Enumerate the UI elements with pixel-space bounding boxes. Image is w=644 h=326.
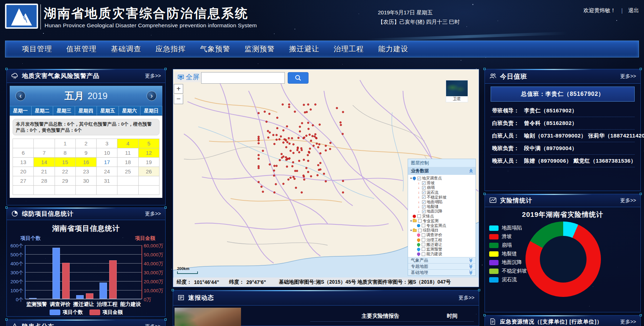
calendar-day-2[interactable]: 2 bbox=[76, 139, 97, 148]
disaster-point[interactable] bbox=[276, 127, 278, 129]
disaster-point[interactable] bbox=[288, 103, 290, 106]
layer-item-9[interactable]: ▼专业监测 bbox=[408, 219, 476, 223]
layer-item-7[interactable]: ↓✓地面沉降 bbox=[408, 209, 476, 214]
calendar-day-1[interactable]: 1 bbox=[55, 139, 76, 148]
map-search-button[interactable] bbox=[288, 72, 309, 84]
calendar-day-10[interactable]: 10 bbox=[97, 148, 117, 158]
disaster-point[interactable] bbox=[299, 126, 301, 128]
calendar-day-11[interactable]: 11 bbox=[117, 148, 138, 158]
checkbox-unchecked[interactable] bbox=[418, 229, 422, 232]
disaster-point[interactable] bbox=[307, 171, 309, 173]
checkbox-unchecked[interactable] bbox=[417, 214, 421, 218]
disaster-point[interactable] bbox=[279, 159, 281, 161]
disaster-point[interactable] bbox=[301, 122, 303, 124]
disaster-point[interactable] bbox=[315, 137, 317, 139]
disaster-point[interactable] bbox=[310, 108, 312, 111]
nav-item-5[interactable]: 监测预警 bbox=[245, 44, 274, 54]
calendar-day-4[interactable]: 4 bbox=[117, 139, 138, 148]
layer-item-0[interactable]: ▼✓地灾调查点 bbox=[408, 176, 476, 181]
disaster-point[interactable] bbox=[288, 137, 290, 139]
disaster-point[interactable] bbox=[258, 158, 260, 160]
calendar-day-29[interactable]: 29 bbox=[55, 176, 76, 186]
disaster-point[interactable] bbox=[282, 141, 284, 144]
disaster-point[interactable] bbox=[288, 143, 291, 145]
disaster-point[interactable] bbox=[307, 128, 310, 130]
disaster-point[interactable] bbox=[273, 191, 275, 194]
disaster-point[interactable] bbox=[342, 133, 344, 135]
disaster-point[interactable] bbox=[323, 173, 325, 175]
disaster-point[interactable] bbox=[298, 160, 300, 162]
disaster-point[interactable] bbox=[299, 130, 301, 132]
nav-item-1[interactable]: 值班管理 bbox=[66, 44, 96, 54]
disaster-point[interactable] bbox=[258, 142, 260, 144]
disaster-point[interactable] bbox=[318, 143, 320, 145]
layer-section-business-data[interactable]: 业务数据 ≫ bbox=[408, 167, 476, 175]
disaster-point[interactable] bbox=[292, 161, 294, 163]
disaster-point[interactable] bbox=[319, 124, 321, 126]
checkbox-checked[interactable]: ✓ bbox=[422, 210, 426, 213]
disaster-point[interactable] bbox=[265, 121, 268, 123]
disaster-point[interactable] bbox=[303, 159, 305, 161]
disaster-point[interactable] bbox=[317, 146, 319, 148]
disaster-point[interactable] bbox=[304, 111, 306, 113]
expand-icon[interactable]: ▼ bbox=[409, 220, 413, 222]
disaster-point[interactable] bbox=[342, 191, 344, 194]
calendar-day-21[interactable]: 21 bbox=[34, 167, 55, 176]
disaster-point[interactable] bbox=[312, 145, 315, 147]
disaster-point[interactable] bbox=[310, 175, 312, 177]
calendar-day-18[interactable]: 18 bbox=[117, 158, 138, 167]
disaster-point[interactable] bbox=[258, 181, 260, 183]
nav-item-4[interactable]: 气象预警 bbox=[200, 44, 230, 54]
disaster-point[interactable] bbox=[297, 147, 299, 149]
disaster-point[interactable] bbox=[273, 174, 275, 177]
layer-item-11[interactable]: ▼综防项目 bbox=[408, 228, 476, 233]
map-search-input[interactable] bbox=[201, 72, 285, 84]
calendar-day-25[interactable]: 25 bbox=[117, 167, 138, 176]
disaster-point[interactable] bbox=[312, 124, 314, 126]
disaster-point[interactable] bbox=[298, 151, 300, 153]
disaster-point[interactable] bbox=[288, 106, 290, 108]
disaster-point[interactable] bbox=[329, 148, 331, 150]
disaster-point[interactable] bbox=[297, 137, 300, 139]
disaster-point[interactable] bbox=[292, 152, 295, 154]
layer-item-2[interactable]: ↓✓崩塌 bbox=[408, 185, 476, 190]
calendar-day-28[interactable]: 28 bbox=[34, 176, 55, 186]
project-more-link[interactable]: 更多>> bbox=[145, 211, 161, 217]
disaster-point[interactable] bbox=[319, 162, 321, 164]
calendar-day-30[interactable]: 30 bbox=[76, 176, 97, 186]
calendar-day-20[interactable]: 20 bbox=[13, 167, 34, 176]
disaster-point[interactable] bbox=[307, 122, 309, 124]
disaster-point[interactable] bbox=[282, 183, 284, 185]
disaster-point[interactable] bbox=[317, 164, 319, 166]
disaster-point[interactable] bbox=[288, 157, 291, 159]
disaster-point[interactable] bbox=[291, 165, 293, 167]
disaster-point[interactable] bbox=[262, 191, 264, 193]
fullscreen-button[interactable]: 全屏 bbox=[175, 72, 202, 82]
disaster-point[interactable] bbox=[285, 146, 287, 148]
calendar-day-8[interactable]: 8 bbox=[55, 148, 76, 158]
resource-more-link[interactable]: 更多>> bbox=[620, 319, 636, 325]
disaster-point[interactable] bbox=[303, 136, 305, 139]
disaster-point[interactable] bbox=[316, 143, 318, 145]
report-more-link[interactable]: 更多>> bbox=[459, 295, 474, 301]
checkbox-unchecked[interactable] bbox=[418, 219, 422, 223]
disaster-point[interactable] bbox=[329, 142, 332, 144]
disaster-point[interactable] bbox=[340, 124, 342, 126]
disaster-point[interactable] bbox=[272, 134, 274, 136]
warning-more-link[interactable]: 更多>> bbox=[145, 73, 161, 79]
calendar-day-15[interactable]: 15 bbox=[55, 158, 76, 167]
disaster-point[interactable] bbox=[267, 136, 269, 139]
disaster-point[interactable] bbox=[342, 180, 344, 182]
disaster-point[interactable] bbox=[275, 165, 278, 167]
calendar-prev-button[interactable]: ‹ bbox=[15, 91, 26, 101]
disaster-point[interactable] bbox=[264, 111, 266, 113]
hazard-more-link[interactable]: 更多>> bbox=[145, 323, 161, 326]
checkbox-checked[interactable]: ✓ bbox=[422, 186, 426, 190]
calendar-day-6[interactable]: 6 bbox=[13, 148, 34, 158]
disaster-point[interactable] bbox=[287, 178, 289, 181]
disaster-point[interactable] bbox=[318, 169, 320, 171]
disaster-point[interactable] bbox=[295, 187, 297, 189]
layer-item-1[interactable]: ↓✓滑坡 bbox=[408, 181, 476, 185]
disaster-point[interactable] bbox=[269, 131, 271, 134]
calendar-day-14[interactable]: 14 bbox=[34, 158, 55, 167]
